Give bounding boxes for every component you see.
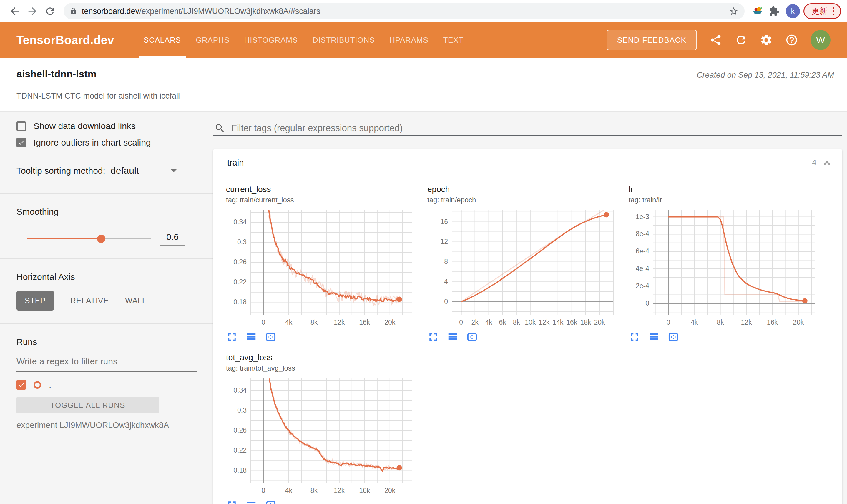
tag-filter-bar — [213, 112, 842, 137]
svg-text:0.34: 0.34 — [234, 218, 247, 226]
train-section-header[interactable]: train 4 — [213, 149, 842, 176]
svg-text:0: 0 — [666, 319, 670, 326]
svg-text:16k: 16k — [359, 487, 370, 494]
svg-text:0.18: 0.18 — [234, 298, 247, 306]
slider-thumb[interactable] — [97, 235, 105, 243]
fit-domain-icon[interactable] — [668, 332, 679, 342]
runs-filter-input[interactable] — [16, 353, 196, 372]
charts-grid: current_losstag: train/current_loss 04k8… — [213, 176, 842, 504]
svg-text:8: 8 — [444, 257, 448, 265]
svg-text:0: 0 — [645, 299, 649, 307]
svg-text:4k: 4k — [285, 487, 293, 494]
chart-plot-tot_avg_loss[interactable]: 04k8k12k16k20k0.180.220.260.30.34 — [225, 376, 419, 498]
browser-toolbar: tensorboard.dev/experiment/LJI9MWUORLOw3… — [0, 0, 847, 22]
svg-text:2e-4: 2e-4 — [636, 282, 649, 290]
experiment-id-label: experiment LJI9MWUORLOw3jkdhxwk8A — [16, 420, 196, 430]
svg-text:14k: 14k — [552, 319, 564, 326]
nav-tabs: SCALARS GRAPHS HISTOGRAMS DISTRIBUTIONS … — [139, 22, 473, 58]
expand-chart-icon[interactable] — [227, 500, 237, 504]
lock-icon — [69, 7, 77, 15]
tooltip-sorting-label: Tooltip sorting method: — [16, 166, 105, 176]
fit-domain-icon[interactable] — [265, 332, 276, 342]
bookmark-star-icon[interactable] — [729, 6, 739, 16]
svg-text:0: 0 — [262, 319, 265, 326]
chart-plot-current_loss[interactable]: 04k8k12k16k20k0.180.220.260.30.34 — [225, 208, 419, 330]
browser-menu-icon[interactable] — [833, 7, 834, 15]
app-logo[interactable]: TensorBoard.dev — [16, 34, 114, 47]
fruit-extension-icon[interactable] — [749, 3, 766, 19]
section-chart-count: 4 — [812, 158, 816, 167]
refresh-icon[interactable] — [734, 34, 747, 47]
axis-wall-button[interactable]: WALL — [117, 291, 155, 310]
log-scale-icon[interactable] — [649, 332, 659, 342]
chart-toolbar-epoch — [426, 332, 627, 342]
svg-text:12k: 12k — [741, 319, 752, 326]
chart-title: lr — [627, 185, 829, 194]
chart-plot-lr[interactable]: 04k8k12k16k20k02e-44e-46e-48e-41e-3 — [627, 208, 822, 330]
toggle-all-runs-button[interactable]: TOGGLE ALL RUNS — [16, 397, 159, 413]
svg-text:4: 4 — [444, 277, 448, 285]
svg-text:16k: 16k — [566, 319, 577, 326]
settings-gear-icon[interactable] — [760, 34, 773, 47]
tag-filter-input[interactable] — [231, 123, 842, 133]
svg-text:0.22: 0.22 — [234, 278, 247, 286]
log-scale-icon[interactable] — [246, 332, 257, 342]
collapse-chevron-icon[interactable] — [824, 161, 831, 168]
svg-text:12: 12 — [440, 238, 448, 245]
fit-domain-icon[interactable] — [265, 500, 276, 504]
smoothing-slider[interactable] — [27, 235, 151, 243]
url-bar[interactable]: tensorboard.dev/experiment/LJI9MWUORLOw3… — [64, 3, 745, 19]
svg-text:20k: 20k — [793, 319, 804, 326]
chart-title: current_loss — [225, 185, 426, 194]
chart-title: tot_avg_loss — [225, 353, 426, 362]
svg-text:0: 0 — [262, 487, 265, 494]
back-icon[interactable] — [6, 2, 23, 20]
smoothing-label: Smoothing — [16, 207, 196, 217]
run-checkbox[interactable] — [16, 380, 26, 390]
puzzle-extension-icon[interactable] — [766, 3, 782, 19]
svg-text:0: 0 — [444, 298, 448, 305]
log-scale-icon[interactable] — [246, 500, 257, 504]
axis-relative-button[interactable]: RELATIVE — [62, 291, 117, 310]
browser-update-button[interactable]: 更新 — [803, 3, 841, 19]
expand-chart-icon[interactable] — [227, 332, 237, 342]
svg-text:12k: 12k — [334, 319, 345, 326]
smoothing-value-input[interactable]: 0.6 — [160, 232, 185, 246]
run-color-swatch[interactable] — [34, 381, 41, 389]
show-download-links-label: Show data download links — [34, 121, 136, 131]
help-icon[interactable] — [785, 34, 798, 47]
chart-tag: tag: train/lr — [627, 196, 829, 204]
svg-text:1e-3: 1e-3 — [636, 213, 649, 220]
tab-text[interactable]: TEXT — [438, 22, 468, 58]
browser-profile-avatar[interactable]: k — [786, 4, 800, 18]
show-download-links-checkbox[interactable] — [16, 122, 26, 131]
chart-tag: tag: train/current_loss — [225, 196, 426, 204]
chart-tag: tag: train/tot_avg_loss — [225, 364, 426, 372]
tooltip-sorting-select[interactable]: default — [111, 165, 177, 180]
search-icon — [214, 123, 225, 134]
tab-distributions[interactable]: DISTRIBUTIONS — [308, 22, 379, 58]
log-scale-icon[interactable] — [447, 332, 458, 342]
chart-plot-epoch[interactable]: 02k4k6k8k10k12k14k16k18k20k0481216 — [426, 208, 620, 330]
created-timestamp: Created on Sep 13, 2021, 11:59:23 AM — [697, 68, 834, 111]
user-avatar[interactable]: W — [811, 30, 831, 50]
tab-scalars[interactable]: SCALARS — [139, 22, 186, 58]
svg-text:16k: 16k — [767, 319, 778, 326]
tab-hparams[interactable]: HPARAMS — [385, 22, 433, 58]
expand-chart-icon[interactable] — [629, 332, 640, 342]
svg-text:4k: 4k — [691, 319, 698, 326]
svg-text:0.26: 0.26 — [234, 426, 247, 434]
axis-step-button[interactable]: STEP — [16, 291, 54, 310]
share-icon[interactable] — [709, 34, 722, 47]
expand-chart-icon[interactable] — [428, 332, 438, 342]
forward-icon[interactable] — [23, 2, 41, 20]
ignore-outliers-checkbox[interactable] — [16, 138, 26, 147]
send-feedback-button[interactable]: SEND FEEDBACK — [607, 30, 697, 50]
scalars-main: train 4 current_losstag: train/current_l… — [213, 112, 847, 504]
tab-histograms[interactable]: HISTOGRAMS — [240, 22, 302, 58]
reload-icon[interactable] — [41, 2, 59, 20]
fit-domain-icon[interactable] — [467, 332, 477, 342]
chart-tot_avg_loss: tot_avg_losstag: train/tot_avg_loss 04k8… — [225, 353, 426, 504]
run-name: . — [49, 380, 51, 390]
tab-graphs[interactable]: GRAPHS — [191, 22, 234, 58]
